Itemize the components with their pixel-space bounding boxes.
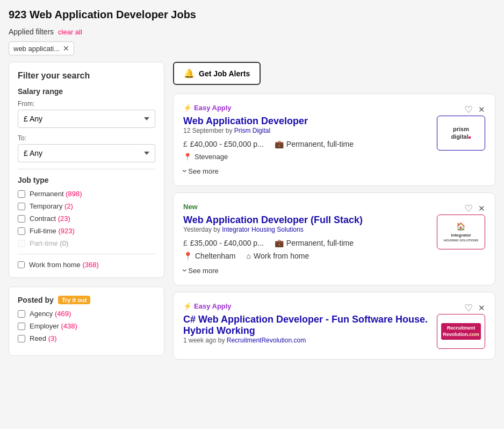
job-title-1[interactable]: Web Application Developer — [183, 116, 308, 126]
checkbox-employer: Employer (438) — [18, 322, 155, 330]
filter-tag-web-application: web applicati... ✕ — [9, 41, 74, 55]
job-card-1-badge: ⚡ Easy Apply — [183, 104, 232, 115]
job-type-section: Job type Permanent (898) Temporary (2) C… — [18, 176, 155, 247]
job-details-row-1: £ £40,000 - £50,000 p... 💼 Permanent, fu… — [183, 140, 430, 148]
job-meta-1: 12 September by Prism Digital — [183, 127, 430, 134]
job-meta-3: 1 week ago by RecruitmentRevolution.com — [183, 337, 430, 344]
checkbox-temporary-input[interactable] — [18, 203, 25, 210]
checkbox-fulltime: Full-time (923) — [18, 227, 155, 235]
sidebar: Filter your search Salary range From: £ … — [9, 62, 164, 364]
job-card-3-badge: ⚡ Easy Apply — [183, 302, 232, 313]
filter-tag-label: web applicati... — [13, 45, 60, 53]
try-it-out-badge[interactable]: Try it out — [58, 296, 90, 304]
lightning-icon-3: ⚡ — [183, 302, 192, 310]
chevron-down-icon-1: › — [180, 169, 190, 172]
job-title-2[interactable]: Web Application Developer (Full Stack) — [183, 215, 363, 225]
checkbox-employer-input[interactable] — [18, 323, 25, 330]
checkbox-agency-input[interactable] — [18, 310, 25, 318]
work-from-home-item: Work from home (368) — [18, 261, 155, 269]
lightning-icon-1: ⚡ — [183, 104, 192, 112]
pound-icon-2: £ — [183, 239, 188, 247]
clear-all-link[interactable]: clear all — [58, 28, 82, 36]
company-link-2[interactable]: Integrator Housing Solutions — [222, 226, 303, 233]
checkbox-contract-input[interactable] — [18, 215, 25, 223]
agency-label: Agency (469) — [30, 310, 71, 318]
see-more-btn-2[interactable]: › See more — [183, 266, 219, 275]
checkbox-parttime-label: Part-time (0) — [30, 239, 68, 247]
easy-apply-badge-3: ⚡ Easy Apply — [183, 302, 232, 310]
dismiss-job-3-button[interactable]: ✕ — [478, 303, 485, 313]
salary-from-select[interactable]: £ Any £10,000 £20,000 £30,000 £40,000 £5… — [18, 110, 155, 128]
checkbox-reed: Reed (3) — [18, 334, 155, 342]
reed-label: Reed (3) — [30, 334, 57, 342]
job-list: 🔔 Get Job Alerts ⚡ Easy Apply ♡ ✕ — [173, 62, 495, 364]
job-details-row2-2: 📍 Cheltenham ⌂ Work from home — [183, 252, 430, 260]
job-card-1-content: Web Application Developer 12 September b… — [183, 116, 485, 176]
job-card-1-actions: ♡ ✕ — [464, 104, 485, 116]
job-card-2-header: New ♡ ✕ — [183, 203, 485, 215]
checkbox-reed-input[interactable] — [18, 335, 25, 342]
contract-detail-2: 💼 Permanent, full-time — [275, 239, 354, 247]
page-title: 923 Web Application Developer Jobs — [9, 9, 495, 21]
pound-icon-1: £ — [183, 140, 188, 148]
get-alerts-label: Get Job Alerts — [199, 69, 250, 78]
checkbox-wfh-input[interactable] — [18, 261, 25, 268]
job-card-1-left: Web Application Developer 12 September b… — [183, 116, 430, 176]
briefcase-icon-2: 💼 — [275, 239, 284, 247]
save-job-2-button[interactable]: ♡ — [464, 203, 473, 215]
job-card-2-content: Web Application Developer (Full Stack) Y… — [183, 215, 485, 275]
checkbox-contract-label: Contract (23) — [30, 215, 70, 223]
easy-apply-badge-1: ⚡ Easy Apply — [183, 104, 232, 112]
salary-range-section: Salary range From: £ Any £10,000 £20,000… — [18, 87, 155, 162]
posted-by-header: Posted by Try it out — [18, 296, 155, 304]
checkbox-agency: Agency (469) — [18, 310, 155, 318]
location-detail-1: 📍 Stevenage — [183, 153, 430, 161]
company-logo-3: Recruitment Revolution.com — [437, 314, 485, 349]
salary-detail-2: £ £35,000 - £40,000 p... — [183, 239, 264, 247]
dismiss-job-1-button[interactable]: ✕ — [478, 105, 485, 115]
checkbox-parttime: Part-time (0) — [18, 239, 155, 247]
job-card-3: ⚡ Easy Apply ♡ ✕ C# Web Application Deve… — [173, 292, 495, 360]
filter-tags: web applicati... ✕ — [9, 41, 495, 55]
company-link-3[interactable]: RecruitmentRevolution.com — [227, 337, 306, 344]
checkbox-permanent-input[interactable] — [18, 190, 25, 198]
see-more-btn-1[interactable]: › See more — [183, 166, 219, 176]
filter-title: Filter your search — [18, 71, 155, 81]
checkbox-temporary-label: Temporary (2) — [30, 202, 73, 210]
location-icon-2: 📍 — [183, 252, 192, 260]
job-card-2-left: Web Application Developer (Full Stack) Y… — [183, 215, 430, 275]
salary-from-label: From: — [18, 100, 155, 108]
checkbox-permanent: Permanent (898) — [18, 190, 155, 198]
location-detail-2: 📍 Cheltenham — [183, 252, 236, 260]
chevron-down-icon-2: › — [180, 269, 190, 271]
filter-card: Filter your search Salary range From: £ … — [9, 62, 164, 278]
applied-filters-row: Applied filters clear all — [9, 27, 495, 36]
company-logo-1: prism digital■ — [437, 116, 485, 151]
save-job-1-button[interactable]: ♡ — [464, 104, 473, 116]
salary-to-label: To: — [18, 134, 155, 142]
job-card-1-header: ⚡ Easy Apply ♡ ✕ — [183, 104, 485, 116]
company-link-1[interactable]: Prism Digital — [234, 127, 270, 134]
dismiss-job-2-button[interactable]: ✕ — [478, 204, 485, 213]
job-card-3-content: C# Web Application Developer - Fun Softw… — [183, 314, 485, 349]
contract-detail-1: 💼 Permanent, full-time — [275, 140, 354, 148]
job-card-3-header: ⚡ Easy Apply ♡ ✕ — [183, 302, 485, 314]
wfh-label: Work from home (368) — [29, 261, 99, 269]
get-alerts-button[interactable]: 🔔 Get Job Alerts — [173, 62, 261, 85]
filter-tag-close[interactable]: ✕ — [63, 44, 69, 53]
job-title-3[interactable]: C# Web Application Developer - Fun Softw… — [183, 314, 428, 336]
new-badge-2: New — [183, 203, 198, 211]
salary-from-group: From: £ Any £10,000 £20,000 £30,000 £40,… — [18, 100, 155, 128]
salary-to-select[interactable]: £ Any £10,000 £20,000 £30,000 £40,000 £5… — [18, 144, 155, 162]
job-card-3-actions: ♡ ✕ — [464, 302, 485, 314]
employer-label: Employer (438) — [30, 322, 77, 330]
checkbox-parttime-input — [18, 240, 25, 247]
job-card-3-left: C# Web Application Developer - Fun Softw… — [183, 314, 430, 349]
checkbox-fulltime-input[interactable] — [18, 227, 25, 235]
job-card-2: New ♡ ✕ Web Application Developer (Full … — [173, 192, 495, 285]
checkbox-fulltime-label: Full-time (923) — [30, 227, 75, 235]
briefcase-icon-1: 💼 — [275, 140, 284, 148]
applied-filters-label: Applied filters — [9, 27, 54, 36]
save-job-3-button[interactable]: ♡ — [464, 302, 473, 314]
job-meta-2: Yesterday by Integrator Housing Solution… — [183, 226, 430, 233]
